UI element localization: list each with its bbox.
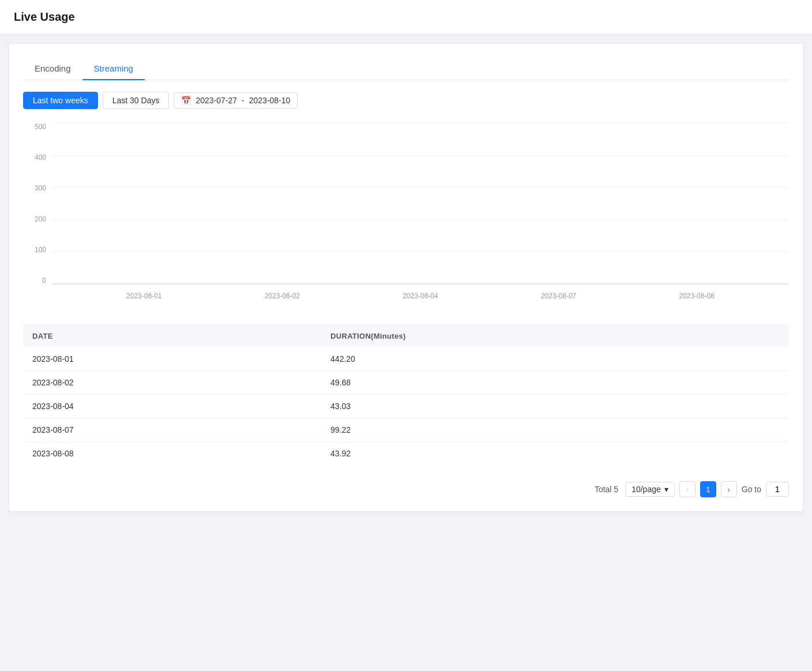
table-row: 2023-08-0843.92: [23, 442, 789, 466]
table-row: 2023-08-0249.68: [23, 371, 789, 395]
table-body: 2023-08-01442.202023-08-0249.682023-08-0…: [23, 347, 789, 465]
cell-date-2: 2023-08-04: [23, 395, 321, 418]
y-label-0: 0: [42, 276, 46, 284]
y-label-100: 100: [35, 246, 46, 254]
calendar-icon: 📅: [181, 96, 191, 105]
main-content: Encoding Streaming Last two weeks Last 3…: [0, 35, 812, 520]
x-labels: 2023-08-012023-08-022023-08-042023-08-07…: [52, 284, 789, 308]
total-count: Total 5: [595, 485, 618, 494]
page-size-value: 10/page: [631, 485, 661, 494]
tab-streaming[interactable]: Streaming: [82, 58, 145, 80]
table-row: 2023-08-0443.03: [23, 395, 789, 418]
tab-encoding[interactable]: Encoding: [23, 58, 82, 80]
date-range-picker[interactable]: 📅 2023-07-27 - 2023-08-10: [174, 92, 298, 108]
page-title: Live Usage: [14, 10, 75, 23]
data-table: DATE DURATION(Minutes) 2023-08-01442.202…: [23, 325, 789, 465]
chevron-down-icon: ▾: [664, 485, 668, 494]
chart-area: 500 400 300 200 100 0: [23, 123, 789, 308]
cell-date-1: 2023-08-02: [23, 371, 321, 395]
btn-last-two-weeks[interactable]: Last two weeks: [23, 92, 98, 109]
date-start: 2023-07-27: [196, 96, 237, 105]
bars-container: [52, 123, 789, 284]
filters-bar: Last two weeks Last 30 Days 📅 2023-07-27…: [23, 92, 789, 109]
cell-date-0: 2023-08-01: [23, 347, 321, 371]
x-label-2023-08-04: 2023-08-04: [351, 292, 490, 300]
cell-date-3: 2023-08-07: [23, 418, 321, 442]
cell-duration-1: 49.68: [321, 371, 789, 395]
page-header: Live Usage: [0, 0, 812, 35]
x-label-2023-08-01: 2023-08-01: [75, 292, 213, 300]
goto-label: Go to: [742, 485, 761, 494]
cell-duration-3: 99.22: [321, 418, 789, 442]
chart-plot: [52, 123, 789, 284]
col-date: DATE: [23, 325, 321, 347]
cell-duration-0: 442.20: [321, 347, 789, 371]
y-axis: 500 400 300 200 100 0: [23, 123, 51, 284]
prev-icon: ‹: [686, 485, 689, 494]
y-label-400: 400: [35, 153, 46, 162]
chart-inner: 500 400 300 200 100 0: [23, 123, 789, 308]
cell-duration-2: 43.03: [321, 395, 789, 418]
y-label-200: 200: [35, 215, 46, 223]
y-label-500: 500: [35, 123, 46, 131]
x-label-2023-08-02: 2023-08-02: [213, 292, 352, 300]
page-1-button[interactable]: 1: [700, 481, 716, 497]
content-card: Encoding Streaming Last two weeks Last 3…: [9, 44, 803, 511]
next-icon: ›: [728, 485, 730, 494]
col-duration: DURATION(Minutes): [321, 325, 789, 347]
date-separator: -: [242, 96, 245, 105]
table-row: 2023-08-0799.22: [23, 418, 789, 442]
table-row: 2023-08-01442.20: [23, 347, 789, 371]
x-label-2023-08-08: 2023-08-08: [627, 292, 766, 300]
pagination: Total 5 10/page ▾ ‹ 1 › Go to: [23, 474, 789, 497]
prev-page-button[interactable]: ‹: [679, 481, 696, 497]
page-size-select[interactable]: 10/page ▾: [625, 482, 675, 497]
next-page-button[interactable]: ›: [721, 481, 737, 497]
table-header: DATE DURATION(Minutes): [23, 325, 789, 347]
cell-date-4: 2023-08-08: [23, 442, 321, 466]
y-label-300: 300: [35, 184, 46, 192]
goto-input[interactable]: [766, 482, 789, 497]
tabs: Encoding Streaming: [23, 58, 789, 80]
x-label-2023-08-07: 2023-08-07: [490, 292, 628, 300]
cell-duration-4: 43.92: [321, 442, 789, 466]
date-end: 2023-08-10: [249, 96, 291, 105]
btn-last-30-days[interactable]: Last 30 Days: [103, 92, 170, 109]
